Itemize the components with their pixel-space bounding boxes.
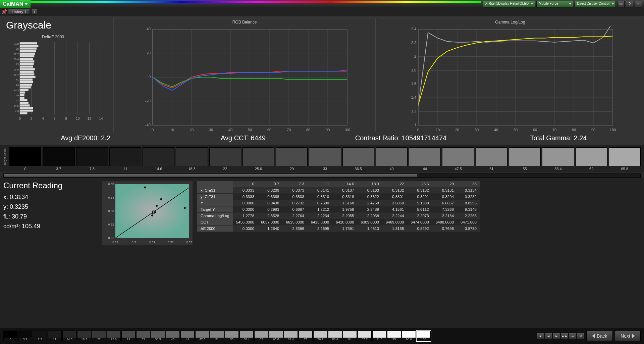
svg-text:60: 60 — [533, 128, 537, 132]
swatch[interactable]: 25.6 — [243, 147, 274, 171]
swatch[interactable]: 3.7 — [43, 147, 74, 171]
stop-icon[interactable]: ■ — [537, 333, 544, 339]
swatch[interactable]: 0 — [9, 147, 41, 171]
app-logo[interactable]: CalMAN — [0, 0, 31, 8]
svg-text:95: 95 — [16, 47, 19, 50]
swatch[interactable]: 62 — [576, 147, 607, 171]
svg-rect-49 — [20, 99, 27, 101]
contrast-ratio: Contrast Ratio: 105491714474 — [322, 134, 480, 142]
footer-bar: 03.77.31114.618.32225.6293336.5404447.55… — [0, 328, 644, 344]
footer-swatch[interactable]: 69.4 — [284, 331, 298, 341]
avg-cct: Avg CCT: 6449 — [164, 134, 322, 142]
footer-swatch[interactable]: 14.6 — [62, 331, 76, 341]
swatch[interactable]: 18.3 — [176, 147, 208, 171]
footer-swatch[interactable]: 36.5 — [151, 331, 165, 341]
loop-icon[interactable]: ∞ — [569, 333, 576, 339]
swatch[interactable]: 65.8 — [609, 147, 641, 171]
footer-swatch[interactable]: 95 — [387, 331, 401, 341]
svg-text:30: 30 — [209, 128, 213, 132]
swatch[interactable]: 33 — [309, 147, 341, 171]
swatch[interactable]: 11 — [109, 147, 141, 171]
swatch[interactable]: 29 — [276, 147, 308, 171]
close-icon[interactable]: ✕ — [577, 333, 584, 339]
svg-text:10: 10 — [170, 128, 174, 132]
svg-rect-19 — [20, 47, 37, 49]
source-dropdown[interactable]: Mobile Forge — [536, 1, 573, 7]
swatch[interactable]: 36.5 — [342, 147, 374, 171]
footer-swatch[interactable]: 25.6 — [107, 331, 121, 341]
back-button[interactable]: Back — [586, 331, 613, 341]
footer-swatch[interactable]: 62 — [254, 331, 268, 341]
play-icon[interactable]: ► — [553, 333, 560, 339]
footer-swatch[interactable]: 91.3 — [372, 331, 386, 341]
svg-rect-24 — [20, 55, 34, 57]
footer-swatch[interactable]: 44 — [180, 331, 195, 341]
swatch[interactable]: 55 — [509, 147, 541, 171]
svg-text:20: 20 — [455, 128, 459, 132]
footer-swatch[interactable]: 73 — [299, 331, 313, 341]
footer-swatch[interactable]: 76.7 — [313, 331, 327, 341]
footer-swatch[interactable]: 22 — [92, 331, 106, 341]
svg-text:0.34: 0.34 — [108, 196, 114, 199]
total-gamma: Total Gamma: 2.24 — [480, 134, 637, 142]
next-button[interactable]: Next — [615, 331, 641, 341]
data-table[interactable]: 03.77.31114.618.32225.62933x: CIE310.333… — [197, 181, 641, 341]
pin-icon[interactable]: 📌 — [2, 9, 7, 14]
settings-icon[interactable]: ⚙ — [617, 1, 625, 7]
footer-swatch[interactable]: 87.7 — [358, 331, 372, 341]
chevron-down-icon — [531, 3, 533, 5]
footer-swatch[interactable]: 47.5 — [195, 331, 209, 341]
footer-swatch[interactable]: 100 — [417, 331, 431, 341]
app-name: CalMAN — [3, 1, 23, 7]
footer-swatch[interactable]: 18.3 — [77, 331, 91, 341]
svg-rect-25 — [20, 58, 33, 60]
playback-controls: ■ ◄ ► ►► ∞ ✕ — [537, 333, 584, 339]
footer-swatch[interactable]: 58.4 — [239, 331, 254, 341]
svg-text:10: 10 — [76, 117, 80, 120]
tab-bar: 📌 History 1 + — [0, 8, 644, 15]
footer-swatch[interactable]: 55 — [225, 331, 239, 341]
swatch[interactable]: 44 — [409, 147, 441, 171]
display-dropdown[interactable]: Direct Display Control — [575, 1, 616, 7]
svg-text:80.4: 80.4 — [13, 58, 19, 61]
swatch[interactable]: 58.4 — [542, 147, 574, 171]
footer-swatch[interactable]: 29 — [121, 331, 136, 341]
help-icon[interactable]: ? — [626, 1, 633, 7]
swatch[interactable]: 51 — [476, 147, 507, 171]
svg-text:0.32: 0.32 — [168, 241, 174, 244]
swatch[interactable]: 47.5 — [442, 147, 474, 171]
svg-text:100: 100 — [14, 42, 19, 45]
footer-swatch[interactable]: 84 — [343, 331, 357, 341]
tab-history[interactable]: History 1 — [8, 9, 30, 15]
footer-swatch[interactable]: 40 — [166, 331, 180, 341]
tab-add[interactable]: + — [31, 9, 37, 15]
svg-rect-51 — [20, 102, 29, 104]
footer-swatch[interactable]: 11 — [48, 331, 62, 341]
footer-swatch[interactable]: 0 — [3, 331, 17, 341]
svg-text:4: 4 — [42, 117, 44, 120]
footer-swatch[interactable]: 65.8 — [269, 331, 283, 341]
fwd-icon[interactable]: ►► — [561, 333, 568, 339]
swatch[interactable]: 7.3 — [76, 147, 108, 171]
svg-text:44: 44 — [16, 84, 19, 87]
meter-dropdown[interactable]: X-Rite i1Display Retail OLED — [483, 1, 535, 7]
chart-title: Gamma Log/Log — [379, 18, 641, 26]
swatch-scrollbar[interactable] — [3, 174, 641, 178]
svg-rect-52 — [20, 104, 30, 106]
footer-swatch[interactable]: 3.7 — [18, 331, 32, 341]
menu-icon[interactable]: ≡ — [635, 1, 642, 7]
footer-swatch[interactable]: 80.4 — [328, 331, 342, 341]
svg-point-147 — [151, 214, 153, 216]
svg-text:2.2: 2.2 — [411, 41, 416, 45]
swatch[interactable]: 14.6 — [143, 147, 174, 171]
footer-swatch[interactable]: 98.6 — [402, 331, 416, 341]
back-icon[interactable]: ◄ — [545, 333, 552, 339]
swatch[interactable]: 22 — [209, 147, 241, 171]
swatch[interactable]: 40 — [376, 147, 408, 171]
footer-swatch[interactable]: 7.3 — [33, 331, 47, 341]
titlebar: CalMAN X-Rite i1Display Retail OLED Mobi… — [0, 0, 644, 8]
footer-swatch[interactable]: 33 — [136, 331, 150, 341]
footer-swatch[interactable]: 51 — [210, 331, 224, 341]
svg-rect-27 — [20, 60, 34, 62]
scrollbar-thumb[interactable] — [4, 174, 418, 177]
